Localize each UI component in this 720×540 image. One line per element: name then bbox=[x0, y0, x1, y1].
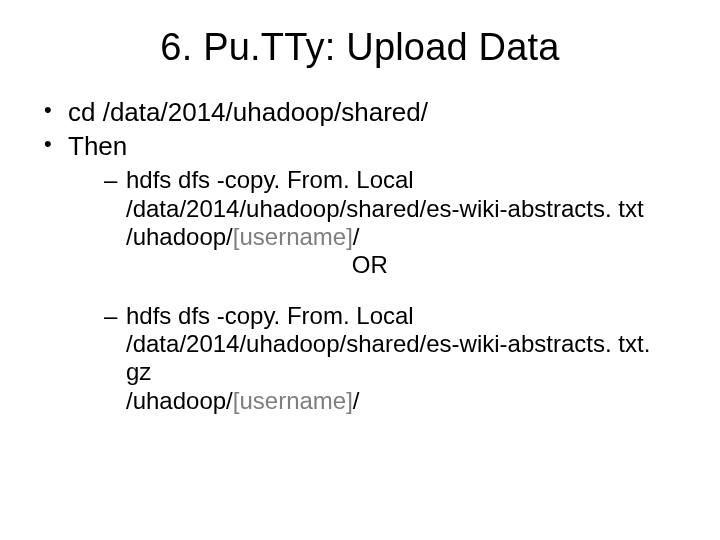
subbullet-copy-txt: hdfs dfs -copy. From. Local /data/2014/u… bbox=[104, 166, 680, 279]
path-prefix: /uhadoop/ bbox=[126, 223, 233, 250]
command-line-2: /data/2014/uhadoop/shared/es-wiki-abstra… bbox=[126, 195, 680, 223]
slide-title: 6. Pu.TTy: Upload Data bbox=[40, 26, 680, 69]
slide: 6. Pu.TTy: Upload Data cd /data/2014/uha… bbox=[0, 0, 720, 540]
or-separator: OR bbox=[126, 251, 614, 279]
bullet-text: cd /data/2014/uhadoop/shared/ bbox=[68, 97, 428, 127]
bullet-text: Then bbox=[68, 131, 127, 161]
command-line-1: hdfs dfs -copy. From. Local bbox=[126, 302, 680, 330]
subbullet-copy-gz: hdfs dfs -copy. From. Local /data/2014/u… bbox=[104, 302, 680, 415]
bullet-list-level2: hdfs dfs -copy. From. Local /data/2014/u… bbox=[68, 166, 680, 415]
command-line-3: /uhadoop/[username]/ bbox=[126, 223, 680, 251]
username-placeholder: [username] bbox=[233, 223, 353, 250]
bullet-list-level1: cd /data/2014/uhadoop/shared/ Then hdfs … bbox=[40, 97, 680, 415]
path-suffix: / bbox=[353, 223, 360, 250]
bullet-cd-command: cd /data/2014/uhadoop/shared/ bbox=[40, 97, 680, 129]
path-prefix: /uhadoop/ bbox=[126, 387, 233, 414]
command-line-2: /data/2014/uhadoop/shared/es-wiki-abstra… bbox=[126, 330, 680, 387]
username-placeholder: [username] bbox=[233, 387, 353, 414]
path-suffix: / bbox=[353, 387, 360, 414]
bullet-then: Then hdfs dfs -copy. From. Local /data/2… bbox=[40, 131, 680, 415]
command-line-1: hdfs dfs -copy. From. Local bbox=[126, 166, 680, 194]
command-line-3: /uhadoop/[username]/ bbox=[126, 387, 680, 415]
